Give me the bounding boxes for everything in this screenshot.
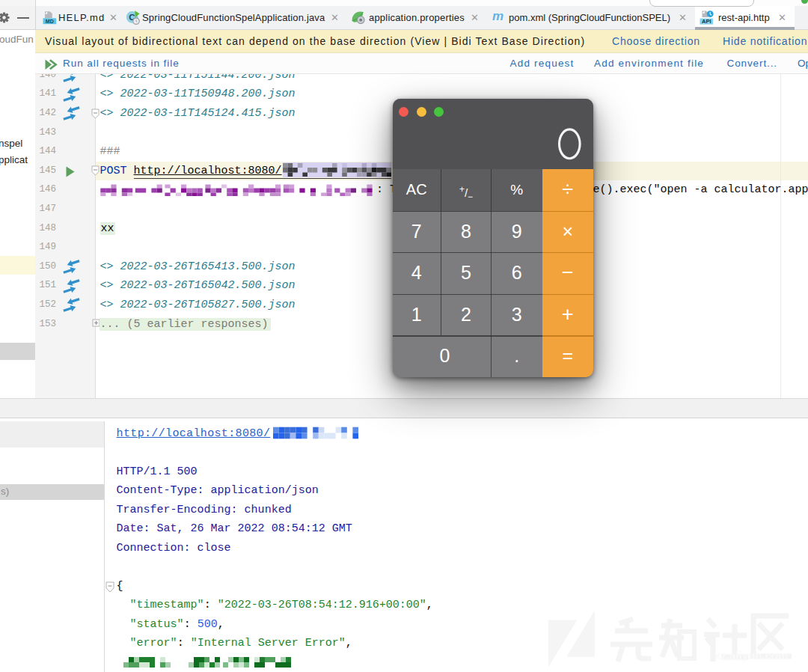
- svg-text:xz.aliyun.com: xz.aliyun.com: [714, 649, 788, 662]
